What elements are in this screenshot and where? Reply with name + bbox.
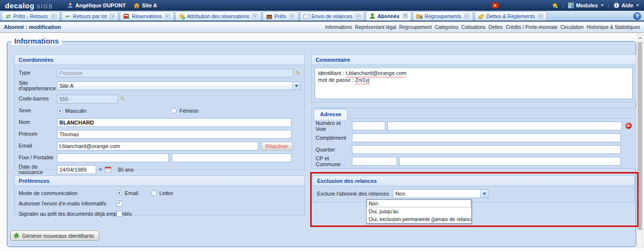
site-select[interactable]: Site A [57, 81, 300, 90]
quartier-input[interactable] [352, 145, 621, 154]
phone-fixe-input[interactable] [57, 153, 169, 162]
envelope-icon [303, 13, 310, 20]
commune-input[interactable] [399, 157, 621, 166]
subnav-link-cotisations[interactable]: Cotisations [461, 25, 485, 30]
tab-abonnes[interactable]: Abonnés [366, 11, 411, 21]
radio-masculin[interactable] [57, 108, 63, 114]
dropdown-option-non[interactable]: Non [367, 200, 471, 207]
help-label: Aide [621, 2, 633, 8]
nom-field-row: Nom [19, 118, 300, 127]
voie-input[interactable] [387, 122, 622, 130]
tab-reservations[interactable]: Réservations [120, 11, 173, 21]
subnav-link-credits-porte-monnaie[interactable]: Crédits / Porte-monnaie [506, 25, 558, 30]
tab-close-icon[interactable] [355, 14, 361, 19]
nom-input[interactable] [57, 118, 292, 127]
tab-close-icon[interactable] [464, 14, 470, 19]
edit-pencil-icon[interactable] [295, 70, 300, 76]
dropdown-option-jusquau[interactable]: Oui, jusqu'au [367, 207, 471, 215]
tab-prets[interactable]: Prêts [263, 11, 298, 21]
help-menu[interactable]: Aide [613, 2, 639, 9]
tab-adresse[interactable]: Adresse [314, 109, 348, 120]
logout-icon[interactable] [492, 2, 499, 8]
comment-textarea[interactable]: identifiant : t.blanchard@orange.com mot… [315, 68, 633, 99]
site-label: Site d'appartenance [19, 80, 57, 91]
radio-email[interactable] [116, 190, 122, 196]
tab-label: Dettes & Règlements [486, 13, 535, 19]
numero-voie-row: Numéro et Voie [316, 121, 632, 130]
adresse-panel: Adresse Numéro et Voie Complément Quarti… [311, 107, 636, 169]
panel-title: Commentaire [312, 55, 636, 65]
emails-info-checkbox[interactable] [116, 201, 122, 206]
reservation-book-icon [123, 13, 130, 20]
tab-retours-par-lot[interactable]: Retours par lot [61, 11, 119, 21]
communication-row: Mode de communication Email Lettre [19, 189, 300, 197]
type-label: Type [19, 70, 57, 75]
tab-close-icon[interactable] [51, 14, 56, 19]
already-borrowed-checkbox[interactable] [116, 211, 122, 217]
reactivate-email-button[interactable]: Réactiver [261, 142, 293, 151]
subnav-link-regroupement[interactable]: Regroupement [399, 25, 431, 30]
tab-dettes-reglements[interactable]: Dettes & Règlements [475, 11, 547, 21]
radio-masculin-label: Masculin [65, 108, 86, 114]
current-site[interactable]: Site A [134, 2, 157, 9]
subnav-link-dettes[interactable]: Dettes [488, 25, 503, 30]
delete-address-icon[interactable] [625, 123, 632, 129]
tab-regroupements[interactable]: Regroupements [413, 11, 473, 21]
barcode-field-row: Code-barres [19, 94, 300, 103]
radio-lettre[interactable] [151, 190, 157, 196]
sexe-field-row: Sexe Masculin Féminin [19, 106, 300, 115]
email-field-row: Email Réactiver [19, 141, 300, 151]
scrollbar-thumb[interactable] [638, 42, 642, 230]
star-plus-icon [179, 13, 185, 20]
subnav-link-categories[interactable]: Catégories [434, 25, 458, 30]
logo-suffix: SIGB [36, 3, 53, 9]
topbar: decalogSIGB Angélique DUPONT Site A | Mo… [0, 0, 644, 11]
tab-envoi-relances[interactable]: Envoi de relances [300, 11, 364, 21]
numero-input[interactable] [352, 122, 385, 130]
tabbar: Prêts - Retours Retours par lot Réservat… [0, 11, 644, 22]
edit-pencil-icon[interactable] [120, 96, 125, 102]
tab-close-icon[interactable] [109, 14, 115, 19]
tab-close-icon[interactable] [165, 14, 170, 19]
topbar-divider: | [562, 2, 564, 8]
vertical-scrollbar[interactable] [637, 34, 643, 248]
current-user[interactable]: Angélique DUPONT [67, 2, 126, 9]
exclusion-panel: Exclusion des relances Exclure l'abonné … [313, 176, 635, 202]
favorites-star-icon[interactable] [552, 2, 558, 9]
scroll-up-arrow[interactable] [637, 34, 643, 41]
help-button[interactable]: ? [633, 12, 641, 20]
loan-return-icon [5, 13, 11, 20]
site-name: Site A [142, 2, 157, 8]
subnav-link-informations[interactable]: Informations [325, 25, 352, 30]
breadcrumb-bar: Abonné : modification Informations Repré… [0, 22, 644, 33]
complement-input[interactable] [352, 133, 621, 142]
tab-close-icon[interactable] [402, 13, 408, 19]
email-input[interactable] [57, 142, 258, 151]
subnav-link-circulation[interactable]: Circulation [561, 25, 584, 30]
generate-credentials-button[interactable]: Générer nouveaux identifiants [10, 230, 99, 241]
radio-feminin[interactable] [171, 108, 177, 114]
user-name: Angélique DUPONT [75, 2, 126, 8]
modules-menu[interactable]: Modules [567, 2, 604, 9]
exclusion-select[interactable]: Non [393, 189, 488, 198]
tab-close-icon[interactable] [538, 14, 543, 19]
clear-date-icon[interactable]: × [98, 166, 103, 173]
phone-portable-input[interactable] [172, 153, 292, 162]
tab-attribution-reservations[interactable]: Attribution des réservations [175, 11, 261, 21]
site-field-row: Site d'appartenance Site A [19, 80, 300, 92]
tab-close-icon[interactable] [290, 14, 295, 19]
barcode-input[interactable] [57, 95, 118, 103]
calendar-icon[interactable] [105, 166, 111, 173]
subnav-link-historique-statistiques[interactable]: Historique & Statistiques [587, 25, 640, 30]
tab-close-icon[interactable] [252, 14, 258, 19]
type-input[interactable] [57, 69, 294, 77]
prenom-label: Prénom [19, 131, 57, 137]
subnav-link-representant-legal[interactable]: Représentant légal [355, 25, 396, 30]
cp-input[interactable] [352, 157, 397, 166]
tab-prets-retours[interactable]: Prêts - Retours [1, 11, 60, 21]
prenom-input[interactable] [57, 130, 292, 139]
dob-input[interactable] [57, 165, 96, 174]
emails-info-label: Autoriser l'envoi d'e-mails informatifs [19, 201, 116, 206]
decalog-logo: decalogSIGB [5, 1, 53, 10]
dropdown-option-permanente[interactable]: Oui, exclusion permanente (jamais de rel… [367, 215, 471, 223]
